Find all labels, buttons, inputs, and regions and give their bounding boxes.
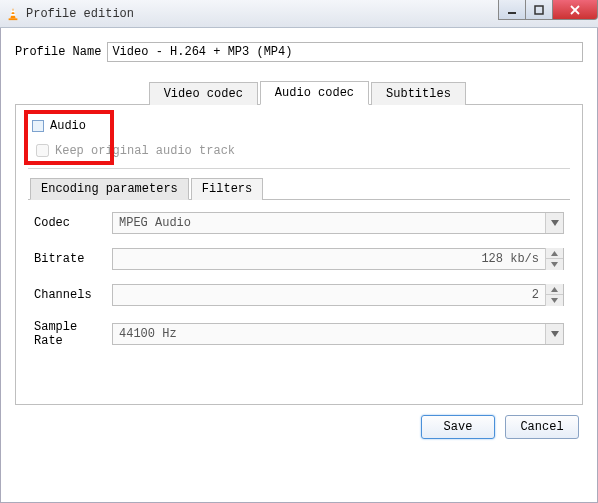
subtab-filters[interactable]: Filters — [191, 178, 263, 200]
codec-value: MPEG Audio — [113, 216, 545, 230]
svg-marker-8 — [551, 220, 559, 226]
sample-rate-combo[interactable]: 44100 Hz — [112, 323, 564, 345]
profile-name-row: Profile Name — [15, 42, 583, 62]
encoding-fields: Codec MPEG Audio Bitrate 128 kb/s — [28, 200, 570, 374]
bitrate-spin[interactable]: 128 kb/s — [112, 248, 564, 270]
channels-value: 2 — [113, 288, 545, 302]
sample-rate-value: 44100 Hz — [113, 327, 545, 341]
svg-marker-13 — [551, 331, 559, 337]
svg-rect-1 — [9, 18, 18, 20]
bitrate-up[interactable] — [545, 248, 563, 259]
channels-label: Channels — [34, 288, 112, 302]
keep-original-checkbox[interactable] — [36, 144, 49, 157]
codec-label: Codec — [34, 216, 112, 230]
main-tabs: Encapsulation Video codec Audio codec Su… — [15, 80, 583, 105]
svg-marker-0 — [10, 7, 15, 18]
channels-spin[interactable]: 2 — [112, 284, 564, 306]
svg-marker-12 — [551, 298, 558, 303]
close-button[interactable] — [552, 0, 598, 20]
titlebar: Profile edition — [0, 0, 598, 28]
audio-checkbox[interactable] — [32, 120, 44, 132]
bitrate-steppers — [545, 248, 563, 270]
divider — [28, 168, 570, 169]
codec-combo[interactable]: MPEG Audio — [112, 212, 564, 234]
keep-original-label: Keep original audio track — [55, 144, 235, 158]
chevron-down-icon — [545, 324, 563, 344]
sample-rate-row: Sample Rate 44100 Hz — [34, 320, 564, 348]
codec-row: Codec MPEG Audio — [34, 212, 564, 234]
chevron-down-icon — [545, 213, 563, 233]
channels-up[interactable] — [545, 284, 563, 295]
tab-area: Encapsulation Video codec Audio codec Su… — [15, 80, 583, 405]
channels-row: Channels 2 — [34, 284, 564, 306]
profile-name-input[interactable] — [107, 42, 583, 62]
channels-down[interactable] — [545, 295, 563, 306]
subtab-encoding-parameters[interactable]: Encoding parameters — [30, 178, 189, 200]
tab-video-codec[interactable]: Video codec — [149, 82, 258, 105]
bitrate-value: 128 kb/s — [113, 252, 545, 266]
vlc-icon — [6, 7, 20, 21]
tab-audio-codec[interactable]: Audio codec — [260, 81, 369, 105]
channels-steppers — [545, 284, 563, 306]
bitrate-label: Bitrate — [34, 252, 112, 266]
svg-marker-11 — [551, 287, 558, 292]
client-area: Profile Name Encapsulation Video codec A… — [0, 28, 598, 503]
window-title: Profile edition — [26, 7, 134, 21]
audio-checkbox-label: Audio — [50, 119, 86, 133]
keep-original-row: Keep original audio track — [32, 141, 570, 160]
svg-rect-5 — [535, 6, 543, 14]
footer: Save Cancel — [15, 405, 583, 441]
cancel-button[interactable]: Cancel — [505, 415, 579, 439]
svg-rect-3 — [11, 14, 16, 16]
bitrate-row: Bitrate 128 kb/s — [34, 248, 564, 270]
audio-codec-pane: Audio Keep original audio track Encoding… — [15, 105, 583, 405]
svg-marker-10 — [551, 262, 558, 267]
window-buttons — [499, 0, 598, 20]
svg-rect-2 — [11, 10, 15, 12]
audio-checkbox-row: Audio — [32, 119, 570, 133]
save-button[interactable]: Save — [421, 415, 495, 439]
maximize-button[interactable] — [525, 0, 553, 20]
svg-rect-4 — [508, 12, 516, 14]
svg-marker-9 — [551, 251, 558, 256]
minimize-button[interactable] — [498, 0, 526, 20]
profile-edition-window: Profile edition Profile Name Encapsulati… — [0, 0, 598, 503]
sample-rate-label: Sample Rate — [34, 320, 112, 348]
profile-name-label: Profile Name — [15, 45, 101, 59]
bitrate-down[interactable] — [545, 259, 563, 270]
tab-subtitles[interactable]: Subtitles — [371, 82, 466, 105]
sub-tabs: Encoding parameters Filters — [28, 177, 570, 200]
